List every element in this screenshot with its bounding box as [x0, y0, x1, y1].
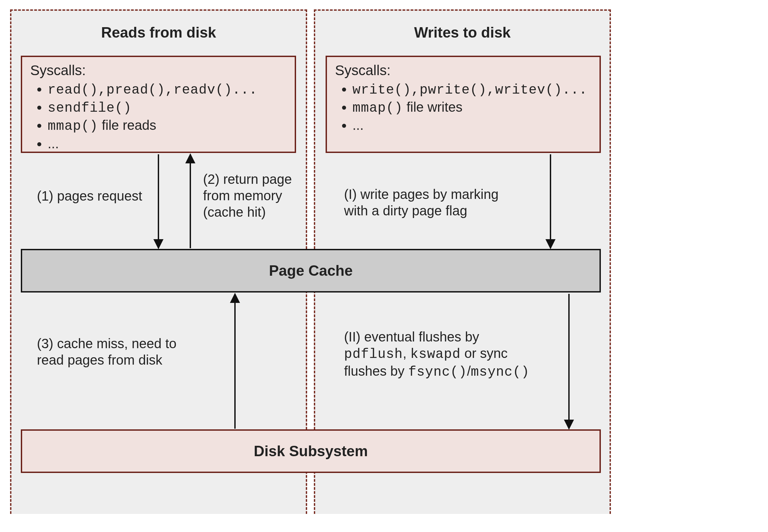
- syscall-item: ...: [48, 135, 287, 152]
- syscall-item: mmap() file reads: [48, 117, 287, 135]
- syscalls-heading: Syscalls:: [30, 62, 287, 78]
- annotation-II: (II) eventual flushes by pdflush, kswapd…: [344, 329, 559, 380]
- page-cache-label: Page Cache: [269, 262, 352, 279]
- annotation-3: (3) cache miss, need to read pages from …: [37, 335, 198, 368]
- page-cache-diagram: Reads from disk Writes to disk Syscalls:…: [0, 0, 768, 532]
- reads-column-title: Reads from disk: [11, 24, 306, 41]
- annotation-2: (2) return page from memory (cache hit): [203, 171, 304, 220]
- annotation-I: (I) write pages by marking with a dirty …: [344, 186, 532, 219]
- syscall-item: read(),pread(),readv()...: [48, 81, 287, 99]
- disk-subsystem-label: Disk Subsystem: [254, 443, 368, 460]
- writes-column-title: Writes to disk: [315, 24, 610, 41]
- annotation-1: (1) pages request: [37, 188, 142, 204]
- disk-subsystem-box: Disk Subsystem: [21, 429, 601, 473]
- syscalls-write-box: Syscalls: write(),pwrite(),writev()... m…: [326, 56, 601, 153]
- syscalls-read-box: Syscalls: read(),pread(),readv()... send…: [21, 56, 296, 153]
- page-cache-box: Page Cache: [21, 249, 601, 292]
- syscalls-write-list: write(),pwrite(),writev()... mmap() file…: [335, 81, 591, 134]
- syscall-item: ...: [352, 117, 591, 134]
- syscalls-heading: Syscalls:: [335, 62, 591, 78]
- syscall-item: sendfile(): [48, 99, 287, 117]
- syscalls-read-list: read(),pread(),readv()... sendfile() mma…: [30, 81, 287, 152]
- syscall-item: write(),pwrite(),writev()...: [352, 81, 591, 99]
- syscall-item: mmap() file writes: [352, 99, 591, 117]
